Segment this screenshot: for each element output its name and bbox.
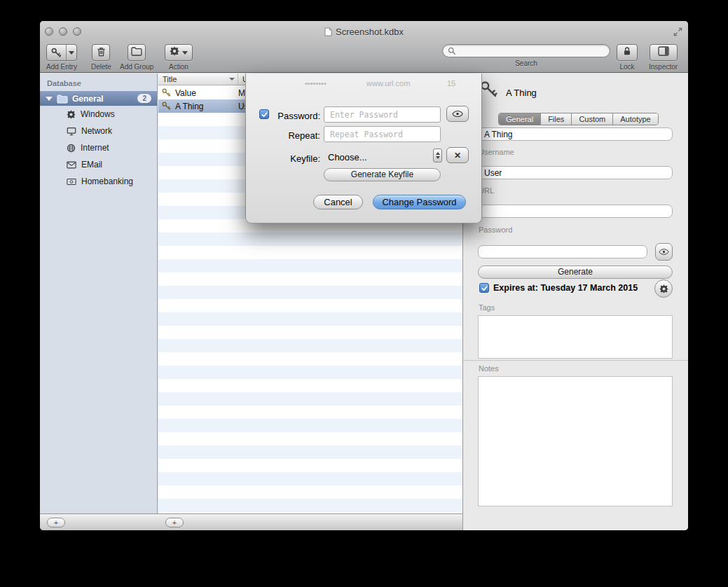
sheet-repeat-input[interactable] [324,130,440,139]
eye-icon [452,111,463,117]
eye-icon [659,249,669,255]
fullscreen-icon[interactable] [673,27,682,39]
lock-icon [622,46,632,59]
keyfile-stepper[interactable] [433,149,442,163]
sidebar-item-windows[interactable]: Windows [40,106,157,123]
url-input[interactable] [479,207,672,216]
window-title-text: Screenshot.kdbx [336,27,404,37]
tab-general[interactable]: General [499,113,541,125]
tab-files[interactable]: Files [541,113,572,125]
notes-box[interactable] [478,376,673,506]
add-group-footer-button[interactable]: + [47,518,65,527]
add-entry-group: Add Entry [46,44,77,71]
sidebar-item-label: EMail [81,160,102,170]
gear-icon [67,110,76,119]
inspector-panel-icon [658,46,669,59]
title-field[interactable] [478,127,673,141]
action-button[interactable] [165,44,193,61]
envelope-icon [67,161,76,169]
sheet-password-input[interactable] [324,110,440,120]
change-password-button[interactable]: Change Password [373,195,466,209]
sidebar-item-label: Network [81,126,112,136]
search-group: Search [442,44,610,67]
banknote-icon [67,178,76,186]
globe-icon [67,144,76,153]
lock-button[interactable] [617,44,638,61]
group-count-badge: 2 [137,94,151,103]
inspector-button[interactable] [650,44,678,61]
password-label: Password [479,226,512,234]
key-icon [162,102,171,111]
username-input[interactable] [479,168,672,178]
action-label: Action [169,63,188,71]
gear-icon [170,46,179,59]
inspector-panel: A Thing General Files Custom Autotype Us… [462,74,688,530]
reveal-password-button[interactable] [655,243,673,261]
username-field[interactable] [478,166,673,179]
add-group-group: Add Group [120,44,153,71]
column-header-title[interactable]: Title [158,74,238,85]
inspector-label: Inspector [649,63,678,71]
lock-group: Lock [617,44,638,71]
tags-label: Tags [479,303,495,312]
ghost-count-cell: 15 [447,79,455,88]
sidebar-group-general[interactable]: General 2 [40,91,157,106]
action-group: Action [165,44,193,71]
lock-label: Lock [619,63,634,71]
generate-keyfile-button[interactable]: Generate Keyfile [324,168,441,181]
sidebar-item-label: Internet [81,143,109,153]
sidebar-header: Database [40,74,157,91]
sidebar-item-network[interactable]: Network [40,123,157,139]
clear-keyfile-button[interactable]: ✕ [446,147,469,163]
sheet-password-label: Password: [266,111,320,121]
delete-group: Delete [91,44,111,71]
search-input[interactable] [460,46,605,56]
tags-box[interactable] [478,315,673,359]
sheet-repeat-field[interactable] [324,126,441,142]
keyfile-popup[interactable]: Choose... [328,152,367,163]
sidebar-item-label: Homebanking [81,177,133,186]
sidebar-item-email[interactable]: EMail [40,156,157,173]
sidebar-item-homebanking[interactable]: Homebanking [40,173,157,190]
url-field[interactable] [478,205,673,218]
disclosure-triangle-icon[interactable] [46,97,53,101]
tab-custom[interactable]: Custom [572,113,613,125]
sheet-password-field[interactable] [324,106,441,123]
sidebar-item-internet[interactable]: Internet [40,139,157,156]
checkmark-icon [481,284,488,292]
desktop: Screenshot.kdbx Add Entry [0,0,728,587]
key-icon [162,88,171,97]
expires-row: Expires at: Tuesday 17 March 2015 [479,283,638,293]
add-entry-dropdown[interactable] [66,45,76,60]
add-entry-button[interactable] [46,44,77,61]
inspector-entry-title: A Thing [506,88,537,98]
delete-button[interactable] [92,44,110,61]
ghost-password-cell: •••••••• [305,79,327,88]
password-input[interactable] [479,247,647,257]
add-entry-footer-button[interactable]: + [165,518,184,527]
generate-password-button[interactable]: Generate [478,265,673,279]
expires-checkbox[interactable] [479,283,489,293]
inspector-group: Inspector [649,44,678,71]
search-field[interactable] [442,44,610,57]
username-label: Username [479,148,514,156]
chevron-down-icon [182,51,188,55]
folder-icon [57,94,68,104]
chevron-down-icon [436,156,440,159]
add-group-button[interactable] [128,44,146,61]
title-input[interactable] [479,130,672,139]
window-title: Screenshot.kdbx [40,27,688,37]
sheet-keyfile-label: Keyfile: [266,153,320,164]
password-field[interactable] [478,245,647,258]
document-icon [324,27,332,36]
notes-label: Notes [479,364,499,373]
expires-gear-button[interactable] [654,279,673,298]
cancel-button[interactable]: Cancel [313,195,363,209]
tab-autotype[interactable]: Autotype [613,113,657,125]
entry-title: A Thing [175,102,203,111]
chevron-up-icon [436,152,440,155]
add-entry-label: Add Entry [46,63,77,71]
change-password-sheet: •••••••• www.url.com 15 Password: Repeat… [245,74,482,223]
expires-label: Expires at: Tuesday 17 March 2015 [493,283,638,293]
sheet-reveal-password-button[interactable] [446,106,469,122]
